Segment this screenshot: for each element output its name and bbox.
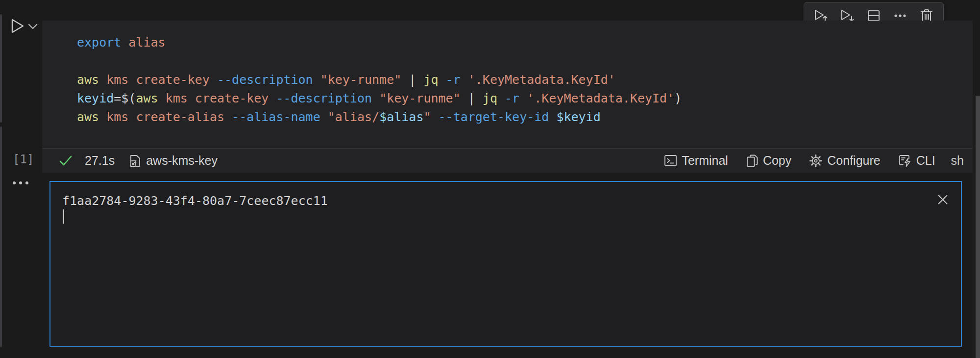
output-more-actions-button[interactable] [13,181,28,184]
code-line [77,52,973,71]
cli-label: CLI [916,153,935,168]
configure-label: Configure [827,153,880,168]
code-line: aws kms create-key --description "key-ru… [77,71,973,89]
copy-label: Copy [763,153,791,168]
copy-button[interactable]: Copy [746,153,791,168]
dot [25,181,28,184]
cell-name-label: aws-kms-key [146,153,218,168]
output-text: f1aa2784-9283-43f4-80a7-7ceec87ecc11 [62,194,328,208]
cli-bolt-icon [898,154,912,168]
cell-name-button[interactable]: aws-kms-key [129,153,218,168]
terminal-icon [664,154,677,167]
code-line: keyid=$(aws kms create-key --description… [77,89,973,108]
close-icon [936,193,949,206]
run-options-chevron[interactable] [27,21,39,32]
copy-icon [746,154,759,168]
run-cell-button[interactable] [9,17,26,35]
notebook-cell-view: [1] [0,0,980,358]
terminal-cursor [63,209,64,224]
cell-output: f1aa2784-9283-43f4-80a7-7ceec87ecc11 [49,181,962,347]
terminal-button[interactable]: Terminal [664,153,728,168]
success-check-icon [59,155,73,167]
cli-button[interactable]: CLI [898,153,935,168]
vertical-scrollbar[interactable] [976,96,980,358]
dot [19,181,22,184]
dot [13,181,16,184]
cell-focus-indicator-top [0,14,2,123]
play-icon [10,18,25,34]
chevron-down-icon [28,24,38,29]
close-output-button[interactable] [935,192,951,207]
execution-count: [1] [13,153,34,166]
code-line: export alias [77,33,973,52]
configure-button[interactable]: Configure [809,153,880,168]
cell-focus-indicator-bottom [0,127,2,347]
code-editor[interactable]: export alias aws kms create-key --descri… [42,21,973,127]
terminal-label: Terminal [682,153,728,168]
cell-status-bar: 27.1s aws-kms-key [42,148,973,173]
file-link-icon [129,154,142,168]
gear-icon [809,154,823,168]
code-line: aws kms create-alias --alias-name "alias… [77,108,973,127]
execution-duration: 27.1s [85,153,115,168]
code-cell: export alias aws kms create-key --descri… [42,21,973,173]
language-selector[interactable]: sh [951,153,964,168]
